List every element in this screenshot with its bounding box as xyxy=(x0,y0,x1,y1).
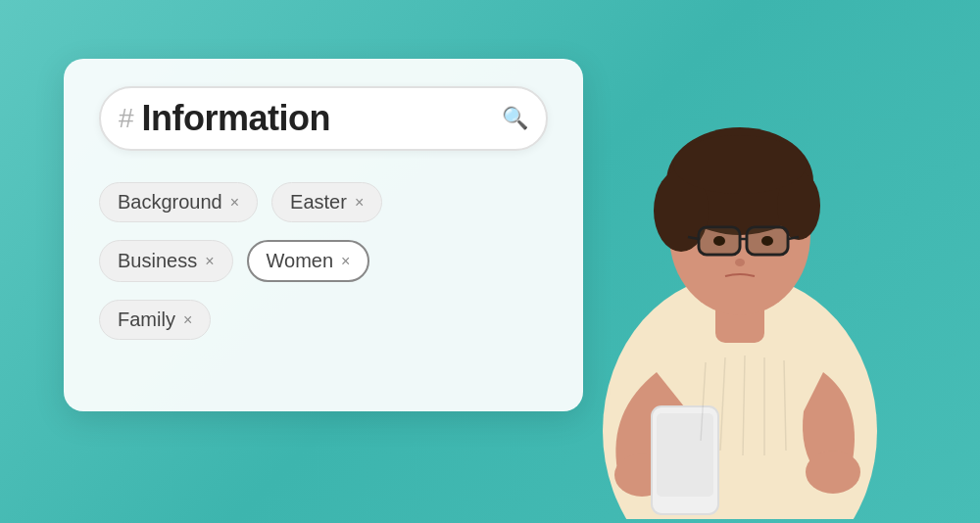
svg-point-18 xyxy=(806,451,860,494)
search-title: Information xyxy=(142,98,494,139)
tag-family[interactable]: Family × xyxy=(99,300,211,340)
tags-row-1: Background × Easter × xyxy=(99,182,548,222)
tags-row-3: Family × xyxy=(99,300,548,340)
tag-business-close[interactable]: × xyxy=(205,253,214,270)
tag-easter[interactable]: Easter × xyxy=(271,182,382,222)
svg-point-14 xyxy=(713,236,725,246)
tags-row-2: Business × Women × xyxy=(99,240,548,282)
hash-symbol: # xyxy=(119,105,134,132)
tag-family-label: Family xyxy=(118,309,175,331)
tag-women-label: Women xyxy=(267,250,334,272)
tag-background-label: Background xyxy=(118,191,222,214)
search-card: # Information 🔍 Background × Easter × Bu… xyxy=(64,59,583,411)
svg-point-16 xyxy=(735,259,745,266)
tag-women[interactable]: Women × xyxy=(247,240,370,282)
person-illustration xyxy=(529,20,951,519)
tag-family-close[interactable]: × xyxy=(183,311,192,329)
tag-business-label: Business xyxy=(118,250,197,272)
tag-background[interactable]: Background × xyxy=(99,182,258,222)
search-icon[interactable]: 🔍 xyxy=(502,106,528,131)
tag-background-close[interactable]: × xyxy=(230,194,239,212)
search-bar[interactable]: # Information 🔍 xyxy=(99,86,548,151)
svg-rect-20 xyxy=(657,413,713,497)
svg-point-6 xyxy=(673,135,807,194)
tag-easter-close[interactable]: × xyxy=(355,194,364,212)
tag-easter-label: Easter xyxy=(290,191,347,214)
tag-business[interactable]: Business × xyxy=(99,240,233,282)
svg-point-15 xyxy=(761,236,773,246)
tag-women-close[interactable]: × xyxy=(341,253,350,270)
